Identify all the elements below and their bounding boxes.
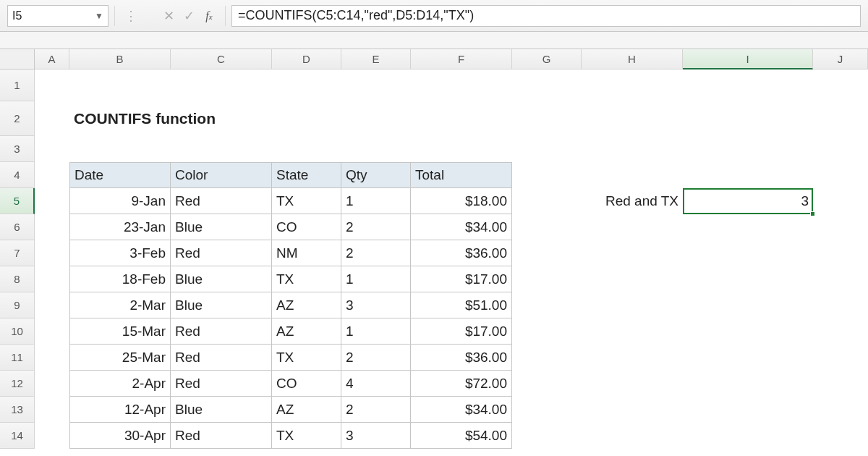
cell-B6[interactable]: 23-Jan [69,214,171,240]
cell-I14[interactable] [683,423,813,449]
cell-G6[interactable] [512,214,582,240]
cell-D14[interactable]: TX [272,423,341,449]
cell-A12[interactable] [35,371,69,397]
cell-B8[interactable]: 18-Feb [69,266,171,292]
cell-A6[interactable] [35,214,69,240]
cell-G1[interactable] [512,69,582,101]
cell-C8[interactable]: Blue [171,266,272,292]
cell-C3[interactable] [171,136,272,162]
cell-A7[interactable] [35,240,69,266]
cell-J10[interactable] [813,318,868,345]
cell-B13[interactable]: 12-Apr [69,397,171,423]
header-color[interactable]: Color [171,162,272,188]
col-head-F[interactable]: F [411,49,512,69]
fx-icon[interactable]: fx [199,9,219,22]
cell-D1[interactable] [272,69,341,101]
cell-I7[interactable] [683,240,813,266]
cancel-icon[interactable]: ✕ [158,8,179,24]
cell-B1[interactable] [69,69,171,101]
cell-C10[interactable]: Red [171,318,272,345]
cell-E6[interactable]: 2 [341,214,411,240]
cell-E14[interactable]: 3 [341,423,411,449]
page-title[interactable]: COUNTIFS function [69,101,341,136]
header-total[interactable]: Total [411,162,512,188]
cell-F14[interactable]: $54.00 [411,423,512,449]
cell-C13[interactable]: Blue [171,397,272,423]
cell-C14[interactable]: Red [171,423,272,449]
cell-I6[interactable] [683,214,813,240]
cell-C5[interactable]: Red [171,188,272,214]
chevron-down-icon[interactable]: ▼ [95,11,103,21]
cell-I10[interactable] [683,318,813,345]
cell-B12[interactable]: 2-Apr [69,371,171,397]
more-icon[interactable]: ⋮ [121,8,141,24]
cell-C1[interactable] [171,69,272,101]
cell-G14[interactable] [512,423,582,449]
cell-J12[interactable] [813,371,868,397]
cell-D9[interactable]: AZ [272,292,341,318]
cell-F9[interactable]: $51.00 [411,292,512,318]
col-head-D[interactable]: D [272,49,341,69]
cell-A3[interactable] [35,136,69,162]
cell-A9[interactable] [35,292,69,318]
cell-D3[interactable] [272,136,341,162]
row-head-3[interactable]: 3 [0,136,35,162]
cell-G9[interactable] [512,292,582,318]
cell-J8[interactable] [813,266,868,292]
cell-E3[interactable] [341,136,411,162]
cell-A14[interactable] [35,423,69,449]
cell-H9[interactable] [582,292,683,318]
cell-F10[interactable]: $17.00 [411,318,512,345]
cell-D12[interactable]: CO [272,371,341,397]
cell-F12[interactable]: $72.00 [411,371,512,397]
cell-D10[interactable]: AZ [272,318,341,345]
cell-H2[interactable] [582,101,683,136]
cell-F2[interactable] [411,101,512,136]
cell-E2[interactable] [341,101,411,136]
cell-F1[interactable] [411,69,512,101]
name-box[interactable]: I5 ▼ [7,5,109,27]
cell-G8[interactable] [512,266,582,292]
row-head-5[interactable]: 5 [0,188,35,214]
cell-E12[interactable]: 4 [341,371,411,397]
cell-J7[interactable] [813,240,868,266]
cell-D13[interactable]: AZ [272,397,341,423]
row-head-1[interactable]: 1 [0,69,35,101]
cell-H12[interactable] [582,371,683,397]
spreadsheet-grid[interactable]: A B C D E F G H I J 1 2 COUNTIFS functio… [0,49,868,449]
cell-A8[interactable] [35,266,69,292]
cell-F6[interactable]: $34.00 [411,214,512,240]
cell-E10[interactable]: 1 [341,318,411,345]
cell-A10[interactable] [35,318,69,345]
cell-E5[interactable]: 1 [341,188,411,214]
header-state[interactable]: State [272,162,341,188]
cell-B5[interactable]: 9-Jan [69,188,171,214]
cell-G2[interactable] [512,101,582,136]
cell-A13[interactable] [35,397,69,423]
row-head-9[interactable]: 9 [0,292,35,318]
col-head-A[interactable]: A [35,49,69,69]
cell-B9[interactable]: 2-Mar [69,292,171,318]
cell-E9[interactable]: 3 [341,292,411,318]
row-head-2[interactable]: 2 [0,101,35,136]
cell-B11[interactable]: 25-Mar [69,345,171,371]
cell-C9[interactable]: Blue [171,292,272,318]
cell-J5[interactable] [813,188,868,214]
cell-J3[interactable] [813,136,868,162]
cell-E11[interactable]: 2 [341,345,411,371]
col-head-C[interactable]: C [171,49,272,69]
row-head-13[interactable]: 13 [0,397,35,423]
cell-I8[interactable] [683,266,813,292]
cell-H3[interactable] [582,136,683,162]
row-head-6[interactable]: 6 [0,214,35,240]
cell-D6[interactable]: CO [272,214,341,240]
cell-C11[interactable]: Red [171,345,272,371]
cell-J1[interactable] [813,69,868,101]
cell-A5[interactable] [35,188,69,214]
cell-I2[interactable] [683,101,813,136]
col-head-J[interactable]: J [813,49,868,69]
cell-I3[interactable] [683,136,813,162]
row-head-8[interactable]: 8 [0,266,35,292]
cell-G4[interactable] [512,162,582,188]
cell-D5[interactable]: TX [272,188,341,214]
